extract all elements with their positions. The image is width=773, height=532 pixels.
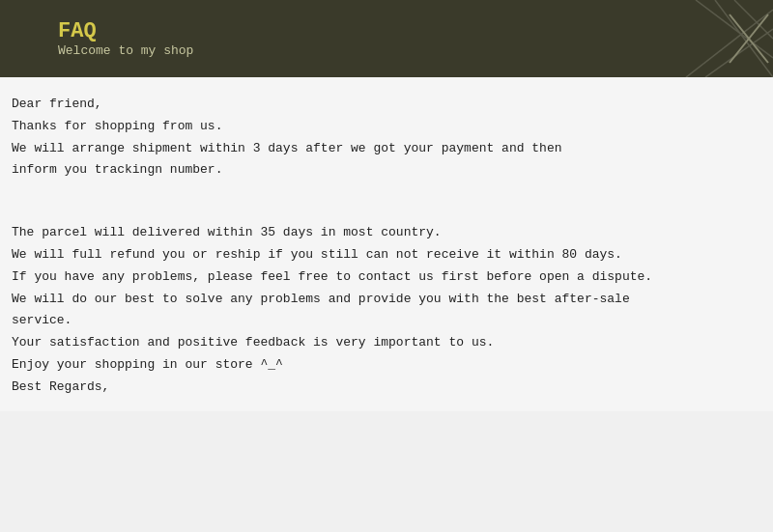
header-decoration-icon <box>580 0 773 77</box>
header-title: FAQ <box>58 19 193 43</box>
content-line: If you have any problems, please feel fr… <box>12 267 761 288</box>
content-line: Enjoy your shopping in our store ^_^ <box>12 355 761 376</box>
header-subtitle: Welcome to my shop <box>58 43 193 58</box>
spacer-line <box>12 182 761 196</box>
content-line: Dear friend, <box>12 95 761 115</box>
header-text: FAQ Welcome to my shop <box>58 19 193 58</box>
content-line: inform you trackingn number. <box>12 160 761 181</box>
spacer-line <box>12 196 761 210</box>
content-line: We will full refund you or reship if you… <box>12 245 761 266</box>
header: FAQ Welcome to my shop <box>0 0 773 77</box>
svg-line-0 <box>696 0 773 58</box>
content-line: Best Regards, <box>12 378 761 398</box>
spacer-line <box>12 210 761 223</box>
content-line: We will do our best to solve any problem… <box>12 290 761 310</box>
content-line: Your satisfaction and positive feedback … <box>12 333 761 353</box>
svg-line-1 <box>715 0 773 77</box>
content-area: Dear friend,Thanks for shopping from us.… <box>0 77 773 411</box>
content-line: Thanks for shopping from us. <box>12 117 761 137</box>
content-line: We will arrange shipment within 3 days a… <box>12 139 761 159</box>
content-line: The parcel will delivered within 35 days… <box>12 223 761 243</box>
content-line: service. <box>12 311 761 331</box>
